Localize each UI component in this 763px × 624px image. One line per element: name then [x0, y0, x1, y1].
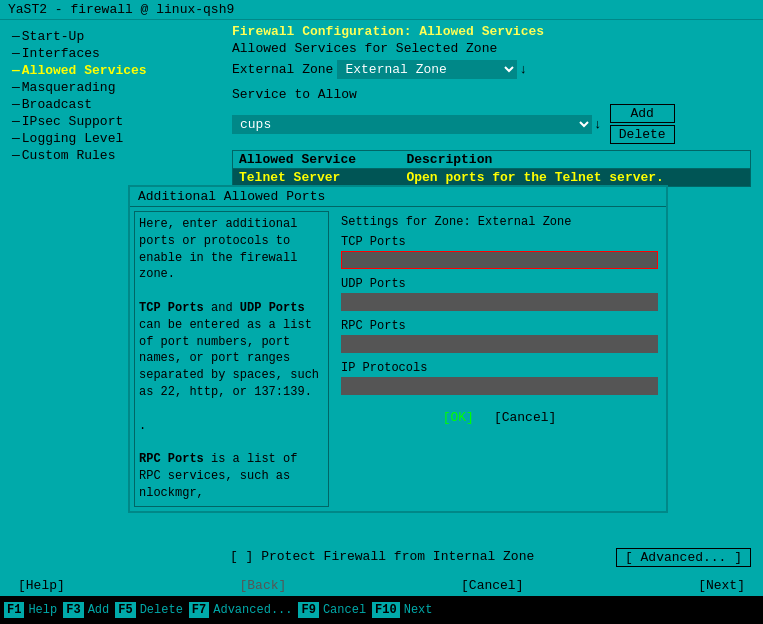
sidebar-item-startup[interactable]: Start-Up	[4, 28, 224, 45]
sidebar-item-allowed-services[interactable]: Allowed Services	[4, 62, 224, 79]
fkey-f3[interactable]: F3 Add	[63, 602, 113, 618]
allowed-services-table: Allowed Service Description Telnet Serve…	[232, 150, 751, 187]
zone-row: External Zone External Zone ↓	[232, 60, 751, 79]
fkey-f9-num: F9	[298, 602, 318, 618]
fkey-f5-label: Delete	[136, 602, 187, 618]
ok-button[interactable]: [OK]	[437, 409, 480, 426]
help-text-panel: Here, enter additional ports or protocol…	[134, 211, 329, 507]
advanced-button[interactable]: [ Advanced... ]	[616, 548, 751, 567]
fkey-f7-num: F7	[189, 602, 209, 618]
fkey-f1-label: Help	[24, 602, 61, 618]
col-allowed-service: Allowed Service	[233, 151, 401, 169]
sidebar-item-broadcast[interactable]: Broadcast	[4, 96, 224, 113]
fkey-f5-num: F5	[115, 602, 135, 618]
tcp-ports-section: TCP Ports	[341, 235, 658, 269]
protect-label: [ ] Protect Firewall from Internal Zone	[230, 549, 534, 564]
zone-field-label: External Zone	[232, 62, 333, 77]
ip-protocols-input[interactable]	[341, 377, 658, 395]
description-cell: Open ports for the Telnet server.	[400, 169, 750, 187]
back-button[interactable]: [Back]	[234, 577, 293, 594]
rpc-ports-section: RPC Ports	[341, 319, 658, 353]
zone-label: Allowed Services for Selected Zone	[232, 41, 751, 56]
service-label: Service to Allow	[232, 87, 751, 102]
sidebar-item-interfaces[interactable]: Interfaces	[4, 45, 224, 62]
help-text-3: .	[139, 418, 324, 435]
tcp-ports-label: TCP Ports	[341, 235, 658, 249]
ip-protocols-section: IP Protocols	[341, 361, 658, 395]
fkey-f10-label: Next	[400, 602, 437, 618]
cancel-button[interactable]: [Cancel]	[455, 577, 529, 594]
sidebar-item-ipsec[interactable]: IPsec Support	[4, 113, 224, 130]
help-text: Here, enter additional ports or protocol…	[139, 216, 324, 283]
bottom-bar: [Help] [Back] [Cancel] [Next]	[0, 575, 763, 596]
fkey-f3-num: F3	[63, 602, 83, 618]
service-cell: Telnet Server	[233, 169, 401, 187]
fkey-bar: F1 Help F3 Add F5 Delete F7 Advanced... …	[0, 596, 763, 624]
help-text-2: TCP Ports and UDP Ports can be entered a…	[139, 300, 324, 401]
add-button[interactable]: Add	[610, 104, 675, 123]
content-title: Firewall Configuration: Allowed Services	[232, 24, 751, 39]
protect-row: [ ] Protect Firewall from Internal Zone	[230, 549, 534, 564]
fkey-f7[interactable]: F7 Advanced...	[189, 602, 297, 618]
dialog-title-text: Additional Allowed Ports	[138, 189, 325, 204]
title-bar: YaST2 - firewall @ linux-qsh9	[0, 0, 763, 20]
udp-ports-input[interactable]	[341, 293, 658, 311]
btn-box: Add Delete	[610, 104, 675, 144]
sidebar-item-custom-rules[interactable]: Custom Rules	[4, 147, 224, 164]
fkey-f10[interactable]: F10 Next	[372, 602, 436, 618]
dialog-buttons: [OK] [Cancel]	[341, 403, 658, 432]
ports-panel: Settings for Zone: External Zone TCP Por…	[337, 211, 662, 507]
udp-ports-label: UDP Ports	[341, 277, 658, 291]
fkey-f5[interactable]: F5 Delete	[115, 602, 187, 618]
sidebar-item-masquerading[interactable]: Masquerading	[4, 79, 224, 96]
sidebar-item-logging[interactable]: Logging Level	[4, 130, 224, 147]
delete-button[interactable]: Delete	[610, 125, 675, 144]
udp-ports-section: UDP Ports	[341, 277, 658, 311]
window-title: YaST2 - firewall @ linux-qsh9	[8, 2, 234, 17]
help-text-4: RPC Ports is a list of RPC services, suc…	[139, 451, 324, 501]
dialog-title: Additional Allowed Ports	[130, 187, 666, 207]
service-dropdown[interactable]: cups	[232, 115, 592, 134]
next-button[interactable]: [Next]	[692, 577, 751, 594]
fkey-f3-label: Add	[84, 602, 114, 618]
additional-ports-dialog: Additional Allowed Ports Here, enter add…	[128, 185, 668, 513]
zone-settings-label: Settings for Zone: External Zone	[341, 215, 658, 229]
tcp-ports-input[interactable]	[341, 251, 658, 269]
service-row: cups ↓ Add Delete	[232, 104, 751, 144]
fkey-f9[interactable]: F9 Cancel	[298, 602, 370, 618]
table-row[interactable]: Telnet Server Open ports for the Telnet …	[233, 169, 751, 187]
fkey-f1[interactable]: F1 Help	[4, 602, 61, 618]
fkey-f1-num: F1	[4, 602, 24, 618]
dialog-body: Here, enter additional ports or protocol…	[130, 207, 666, 511]
ip-protocols-label: IP Protocols	[341, 361, 658, 375]
col-description: Description	[400, 151, 750, 169]
fkey-f7-label: Advanced...	[209, 602, 296, 618]
rpc-ports-input[interactable]	[341, 335, 658, 353]
fkey-f10-num: F10	[372, 602, 400, 618]
cancel-dialog-button[interactable]: [Cancel]	[488, 409, 562, 426]
zone-dropdown[interactable]: External Zone	[337, 60, 517, 79]
rpc-ports-label: RPC Ports	[341, 319, 658, 333]
fkey-f9-label: Cancel	[319, 602, 370, 618]
help-button[interactable]: [Help]	[12, 577, 71, 594]
